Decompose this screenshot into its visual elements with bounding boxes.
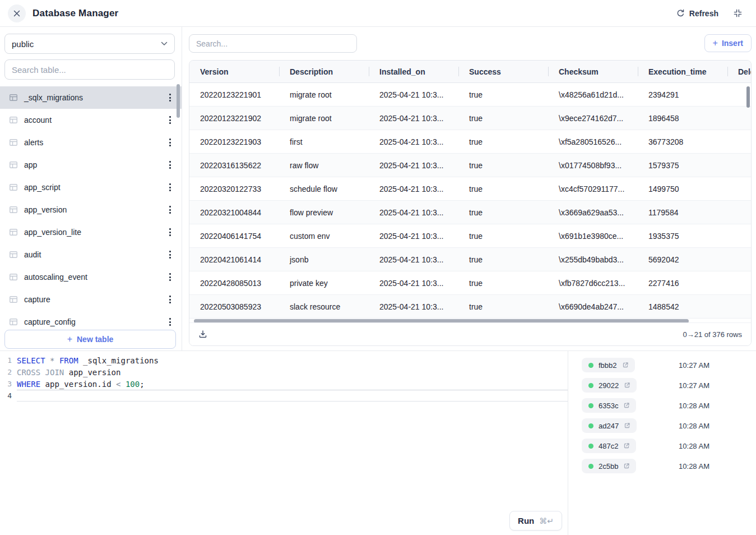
table-cell: [727, 130, 752, 153]
vertical-scrollbar[interactable]: [746, 86, 750, 108]
collapse-icon[interactable]: [733, 8, 743, 18]
column-header[interactable]: Deleted: [727, 61, 752, 82]
sidebar-item-account[interactable]: account: [0, 109, 182, 131]
external-link-icon[interactable]: [624, 422, 630, 429]
query-chip[interactable]: 29022: [582, 378, 637, 393]
query-hash: 487c2: [599, 442, 618, 450]
table-row[interactable]: 20220406141754custom env2025-04-21 10:3.…: [189, 224, 752, 248]
table-cell: 1579375: [638, 154, 727, 177]
external-link-icon[interactable]: [623, 463, 630, 469]
column-header[interactable]: Execution_time: [638, 61, 727, 82]
kebab-menu-icon[interactable]: [165, 159, 175, 170]
query-hash: fbbb2: [599, 361, 617, 370]
table-name: audit: [24, 250, 41, 259]
sidebar-item-app_version_lite[interactable]: app_version_lite: [0, 221, 182, 243]
table-row[interactable]: 20220428085013private key2025-04-21 10:3…: [189, 271, 752, 295]
table-cell: 2277416: [638, 271, 727, 294]
external-link-icon[interactable]: [623, 442, 630, 449]
table-icon: [9, 93, 18, 102]
history-item[interactable]: ad247 10:28 AM: [568, 416, 756, 436]
column-header[interactable]: Success: [458, 61, 548, 82]
table-row[interactable]: 20220320122733schedule flow2025-04-21 10…: [189, 177, 752, 201]
history-item[interactable]: fbbb2 10:27 AM: [568, 355, 756, 375]
code-text: SELECT * FROM _sqlx_migrations: [17, 354, 568, 366]
table-row[interactable]: 20220123221902migrate root2025-04-21 10:…: [189, 107, 752, 130]
query-time: 10:28 AM: [679, 442, 709, 450]
kebab-menu-icon[interactable]: [165, 137, 175, 148]
table-row[interactable]: 20220123221903first2025-04-21 10:3...tru…: [189, 130, 752, 154]
query-chip[interactable]: 6353c: [582, 398, 636, 413]
sidebar-item-alerts[interactable]: alerts: [0, 131, 182, 154]
code-line[interactable]: 3 WHERE app_version.id < 100;: [0, 378, 568, 390]
download-button[interactable]: [198, 329, 210, 340]
table-name: capture: [24, 295, 50, 304]
table-row[interactable]: 20220421061414jsonb2025-04-21 10:3...tru…: [189, 248, 752, 271]
search-input[interactable]: [189, 34, 357, 53]
column-header[interactable]: Description: [279, 61, 369, 82]
sidebar-item-app_script[interactable]: app_script: [0, 176, 182, 199]
table-cell: 20220320122733: [189, 177, 279, 200]
run-button[interactable]: Run ⌘↵: [509, 511, 562, 531]
close-button[interactable]: [8, 4, 26, 22]
table-row[interactable]: 20220321004844flow preview2025-04-21 10:…: [189, 201, 752, 224]
table-cell: private key: [279, 271, 369, 294]
sql-editor[interactable]: 1 SELECT * FROM _sqlx_migrations 2 CROSS…: [0, 350, 568, 535]
code-line[interactable]: 4: [0, 390, 568, 402]
table-name: autoscaling_event: [24, 273, 87, 282]
schema-select-value: public: [12, 39, 34, 49]
column-header[interactable]: Version: [189, 61, 279, 82]
query-chip[interactable]: ad247: [582, 418, 637, 433]
refresh-button[interactable]: Refresh: [676, 9, 718, 18]
sidebar-item-app[interactable]: app: [0, 154, 182, 176]
schema-select[interactable]: public: [4, 34, 175, 54]
kebab-menu-icon[interactable]: [165, 249, 175, 260]
history-item[interactable]: 2c5bb 10:28 AM: [568, 456, 756, 476]
external-link-icon[interactable]: [624, 382, 630, 389]
query-chip[interactable]: 487c2: [582, 439, 636, 453]
run-label: Run: [518, 516, 534, 525]
kebab-menu-icon[interactable]: [165, 294, 175, 305]
table-cell: 20220406141754: [189, 224, 279, 247]
kebab-menu-icon[interactable]: [165, 271, 175, 283]
sidebar-item-autoscaling_event[interactable]: autoscaling_event: [0, 266, 182, 288]
kebab-menu-icon[interactable]: [165, 227, 175, 238]
kebab-menu-icon[interactable]: [165, 92, 175, 103]
history-item[interactable]: 487c2 10:28 AM: [568, 436, 756, 456]
history-item[interactable]: 29022 10:27 AM: [568, 375, 756, 395]
query-chip[interactable]: 2c5bb: [582, 459, 636, 473]
insert-button[interactable]: + Insert: [704, 34, 752, 52]
table-cell: \xf5a280516526...: [548, 130, 638, 153]
kebab-menu-icon[interactable]: [165, 182, 175, 193]
kebab-menu-icon[interactable]: [165, 204, 175, 215]
table-row[interactable]: 20220503085923slack resource2025-04-21 1…: [189, 295, 752, 319]
table-row[interactable]: 20220123221901migrate root2025-04-21 10:…: [189, 83, 752, 107]
table-row[interactable]: 20220316135622raw flow2025-04-21 10:3...…: [189, 154, 752, 177]
query-chip[interactable]: fbbb2: [582, 358, 635, 372]
code-line[interactable]: 1 SELECT * FROM _sqlx_migrations: [0, 354, 568, 366]
query-time: 10:27 AM: [679, 361, 709, 370]
query-hash: ad247: [599, 422, 619, 430]
table-cell: \x01774508bf93...: [548, 154, 638, 177]
kebab-menu-icon[interactable]: [165, 114, 175, 126]
sidebar-item-audit[interactable]: audit: [0, 243, 182, 266]
query-time: 10:28 AM: [679, 422, 709, 430]
sidebar-scrollbar[interactable]: [177, 84, 180, 118]
status-dot: [588, 423, 593, 428]
table-search-input[interactable]: [4, 59, 175, 80]
column-header[interactable]: Installed_on: [369, 61, 458, 82]
sidebar-item-app_version[interactable]: app_version: [0, 199, 182, 221]
column-header[interactable]: Checksum: [548, 61, 638, 82]
sidebar-item-capture_config[interactable]: capture_config: [0, 311, 182, 327]
sidebar-item-_sqlx_migrations[interactable]: _sqlx_migrations: [0, 86, 182, 109]
external-link-icon[interactable]: [623, 402, 630, 409]
new-table-button[interactable]: + New table: [4, 330, 176, 349]
external-link-icon[interactable]: [622, 362, 629, 368]
history-item[interactable]: 6353c 10:28 AM: [568, 395, 756, 416]
table-cell: \x48256a61d21d...: [548, 83, 638, 106]
table-cell: 2025-04-21 10:3...: [369, 201, 458, 224]
table-cell: first: [279, 130, 369, 153]
sidebar-item-capture[interactable]: capture: [0, 288, 182, 311]
table-cell: true: [458, 201, 548, 224]
code-line[interactable]: 2 CROSS JOIN app_version: [0, 366, 568, 378]
kebab-menu-icon[interactable]: [165, 316, 175, 327]
